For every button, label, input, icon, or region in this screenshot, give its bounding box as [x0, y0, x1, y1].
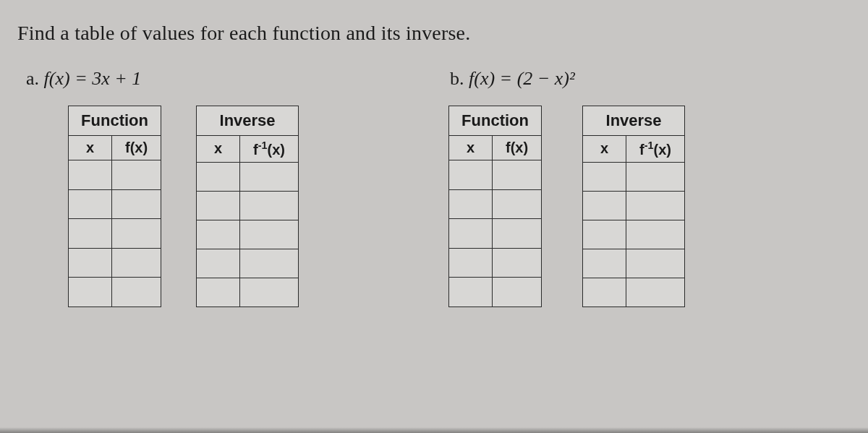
cell[interactable]	[583, 191, 626, 220]
cell[interactable]	[112, 278, 161, 307]
cell[interactable]	[69, 278, 112, 307]
part-b-inverse-table: Inverse x f-1(x)	[582, 106, 685, 307]
table-row	[449, 278, 542, 307]
cell[interactable]	[69, 160, 112, 190]
table-title: Function	[449, 106, 542, 136]
cell[interactable]	[240, 278, 299, 306]
part-b-label: b. f(x) = (2 − x)²	[441, 68, 851, 90]
table-row	[449, 160, 542, 190]
cell[interactable]	[240, 249, 299, 278]
part-a: a. f(x) = 3x + 1 Function x f(x)	[17, 68, 427, 307]
col-x-header: x	[449, 136, 493, 160]
part-b-prefix: b.	[450, 68, 469, 89]
cell[interactable]	[583, 220, 626, 249]
cell[interactable]	[493, 278, 542, 307]
parts-container: a. f(x) = 3x + 1 Function x f(x)	[17, 68, 851, 307]
cell[interactable]	[197, 220, 240, 249]
table-row	[69, 160, 161, 190]
table-row	[449, 219, 542, 249]
cell[interactable]	[449, 189, 493, 219]
table-row	[197, 191, 299, 220]
table-row	[197, 220, 299, 249]
part-a-expression: f(x) = 3x + 1	[44, 68, 142, 89]
table-row	[197, 278, 299, 306]
cell[interactable]	[449, 278, 493, 307]
bottom-shadow	[0, 427, 868, 433]
col-finv-header: f-1(x)	[626, 136, 685, 163]
instruction-text: Find a table of values for each function…	[17, 22, 851, 45]
cell[interactable]	[449, 248, 493, 278]
part-b-tables: Function x f(x) Inverse	[441, 106, 851, 307]
cell[interactable]	[112, 160, 161, 190]
table-row	[583, 220, 685, 249]
table-row	[583, 249, 685, 278]
table-title: Function	[69, 106, 161, 136]
col-x-header: x	[69, 136, 112, 160]
table-row	[583, 278, 685, 306]
cell[interactable]	[197, 249, 240, 278]
cell[interactable]	[69, 219, 112, 249]
part-b-expression: f(x) = (2 − x)²	[469, 68, 575, 89]
table-row	[197, 249, 299, 278]
table-title: Inverse	[197, 106, 299, 136]
cell[interactable]	[197, 162, 240, 191]
col-fx-header: f(x)	[112, 136, 161, 160]
table-row	[583, 191, 685, 220]
cell[interactable]	[626, 278, 685, 306]
part-a-inverse-table: Inverse x f-1(x)	[196, 106, 299, 307]
table-row	[69, 189, 161, 219]
table-row	[69, 248, 161, 278]
cell[interactable]	[493, 189, 542, 219]
table-row	[69, 219, 161, 249]
cell[interactable]	[112, 189, 161, 219]
cell[interactable]	[583, 249, 626, 278]
cell[interactable]	[626, 220, 685, 249]
cell[interactable]	[112, 248, 161, 278]
cell[interactable]	[240, 162, 299, 191]
part-b-function-table: Function x f(x)	[448, 106, 542, 307]
cell[interactable]	[69, 189, 112, 219]
cell[interactable]	[112, 219, 161, 249]
cell[interactable]	[626, 191, 685, 220]
table-row	[69, 278, 161, 307]
cell[interactable]	[626, 249, 685, 278]
cell[interactable]	[449, 219, 493, 249]
cell[interactable]	[583, 162, 626, 191]
table-title: Inverse	[583, 106, 685, 136]
part-b: b. f(x) = (2 − x)² Function x f(x)	[441, 68, 851, 307]
cell[interactable]	[449, 160, 493, 190]
col-fx-header: f(x)	[493, 136, 542, 160]
col-x-header: x	[583, 136, 626, 163]
part-a-prefix: a.	[26, 68, 44, 89]
part-a-function-table: Function x f(x)	[68, 106, 161, 307]
table-row	[197, 162, 299, 191]
cell[interactable]	[626, 162, 685, 191]
cell[interactable]	[197, 278, 240, 306]
table-row	[583, 162, 685, 191]
part-a-label: a. f(x) = 3x + 1	[17, 68, 427, 90]
cell[interactable]	[493, 160, 542, 190]
cell[interactable]	[240, 220, 299, 249]
col-x-header: x	[197, 136, 240, 163]
cell[interactable]	[69, 248, 112, 278]
cell[interactable]	[493, 219, 542, 249]
table-row	[449, 248, 542, 278]
cell[interactable]	[240, 191, 299, 220]
cell[interactable]	[493, 248, 542, 278]
col-finv-header: f-1(x)	[240, 136, 299, 163]
table-row	[449, 189, 542, 219]
cell[interactable]	[197, 191, 240, 220]
cell[interactable]	[583, 278, 626, 306]
part-a-tables: Function x f(x) Inverse	[17, 106, 427, 307]
